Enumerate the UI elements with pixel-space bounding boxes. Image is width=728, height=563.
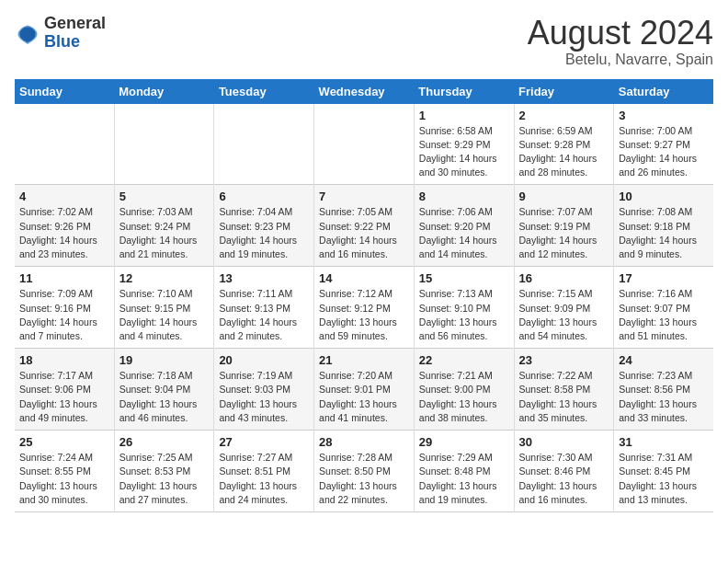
day-info: Sunrise: 7:17 AM Sunset: 9:06 PM Dayligh…	[19, 369, 109, 425]
calendar-cell: 20Sunrise: 7:19 AM Sunset: 9:03 PM Dayli…	[214, 349, 314, 431]
day-number: 12	[119, 271, 210, 285]
day-info: Sunrise: 7:29 AM Sunset: 8:48 PM Dayligh…	[419, 451, 509, 507]
calendar-cell	[314, 104, 415, 185]
day-number: 29	[419, 435, 509, 449]
day-info: Sunrise: 7:11 AM Sunset: 9:13 PM Dayligh…	[219, 287, 309, 343]
calendar-cell: 10Sunrise: 7:08 AM Sunset: 9:18 PM Dayli…	[614, 185, 713, 267]
day-number: 20	[219, 353, 309, 367]
calendar-week-5: 25Sunrise: 7:24 AM Sunset: 8:55 PM Dayli…	[15, 431, 713, 512]
day-number: 7	[319, 190, 409, 203]
calendar-cell: 16Sunrise: 7:15 AM Sunset: 9:09 PM Dayli…	[514, 267, 614, 349]
day-info: Sunrise: 7:23 AM Sunset: 8:56 PM Dayligh…	[619, 369, 709, 425]
header-row: SundayMondayTuesdayWednesdayThursdayFrid…	[15, 79, 713, 104]
day-info: Sunrise: 7:08 AM Sunset: 9:18 PM Dayligh…	[619, 205, 709, 261]
calendar-cell: 24Sunrise: 7:23 AM Sunset: 8:56 PM Dayli…	[614, 349, 713, 431]
calendar-cell: 12Sunrise: 7:10 AM Sunset: 9:15 PM Dayli…	[114, 267, 214, 349]
calendar-cell: 4Sunrise: 7:02 AM Sunset: 9:26 PM Daylig…	[15, 185, 114, 267]
logo: General Blue	[15, 15, 106, 52]
calendar-cell: 18Sunrise: 7:17 AM Sunset: 9:06 PM Dayli…	[15, 349, 114, 431]
calendar-cell: 25Sunrise: 7:24 AM Sunset: 8:55 PM Dayli…	[15, 431, 114, 512]
day-info: Sunrise: 7:20 AM Sunset: 9:01 PM Dayligh…	[319, 369, 409, 425]
day-info: Sunrise: 7:24 AM Sunset: 8:55 PM Dayligh…	[19, 451, 109, 507]
calendar-cell: 5Sunrise: 7:03 AM Sunset: 9:24 PM Daylig…	[114, 185, 214, 267]
calendar-cell: 11Sunrise: 7:09 AM Sunset: 9:16 PM Dayli…	[15, 267, 114, 349]
day-info: Sunrise: 7:22 AM Sunset: 8:58 PM Dayligh…	[519, 369, 609, 425]
calendar-subtitle: Betelu, Navarre, Spain	[528, 52, 713, 68]
day-number: 9	[519, 190, 609, 203]
day-number: 17	[619, 271, 709, 285]
day-number: 2	[519, 109, 609, 122]
day-number: 28	[319, 435, 409, 449]
day-info: Sunrise: 7:12 AM Sunset: 9:12 PM Dayligh…	[319, 287, 409, 343]
day-info: Sunrise: 7:25 AM Sunset: 8:53 PM Dayligh…	[119, 451, 210, 507]
header-day-friday: Friday	[514, 79, 614, 104]
calendar-cell: 30Sunrise: 7:30 AM Sunset: 8:46 PM Dayli…	[514, 431, 614, 512]
calendar-cell: 19Sunrise: 7:18 AM Sunset: 9:04 PM Dayli…	[114, 349, 214, 431]
day-number: 24	[619, 353, 709, 367]
day-number: 15	[419, 271, 509, 285]
day-number: 23	[519, 353, 609, 367]
header-day-thursday: Thursday	[414, 79, 514, 104]
day-number: 6	[219, 190, 309, 203]
day-number: 26	[119, 435, 210, 449]
day-number: 5	[119, 190, 210, 203]
day-info: Sunrise: 7:21 AM Sunset: 9:00 PM Dayligh…	[419, 369, 509, 425]
calendar-cell: 23Sunrise: 7:22 AM Sunset: 8:58 PM Dayli…	[514, 349, 614, 431]
day-number: 18	[19, 353, 109, 367]
day-number: 27	[219, 435, 309, 449]
title-block: August 2024 Betelu, Navarre, Spain	[528, 15, 713, 68]
day-info: Sunrise: 7:10 AM Sunset: 9:15 PM Dayligh…	[119, 287, 210, 343]
calendar-cell: 21Sunrise: 7:20 AM Sunset: 9:01 PM Dayli…	[314, 349, 415, 431]
day-info: Sunrise: 7:06 AM Sunset: 9:20 PM Dayligh…	[419, 205, 509, 261]
calendar-week-4: 18Sunrise: 7:17 AM Sunset: 9:06 PM Dayli…	[15, 349, 713, 431]
calendar-cell: 29Sunrise: 7:29 AM Sunset: 8:48 PM Dayli…	[414, 431, 514, 512]
logo-icon	[15, 20, 40, 46]
day-number: 1	[419, 109, 509, 122]
header-day-monday: Monday	[114, 79, 214, 104]
logo-blue-text: Blue	[44, 32, 80, 51]
calendar-cell: 7Sunrise: 7:05 AM Sunset: 9:22 PM Daylig…	[314, 185, 415, 267]
calendar-cell	[15, 104, 114, 185]
calendar-cell: 15Sunrise: 7:13 AM Sunset: 9:10 PM Dayli…	[414, 267, 514, 349]
day-info: Sunrise: 7:03 AM Sunset: 9:24 PM Dayligh…	[119, 205, 210, 261]
calendar-cell: 28Sunrise: 7:28 AM Sunset: 8:50 PM Dayli…	[314, 431, 415, 512]
day-info: Sunrise: 7:16 AM Sunset: 9:07 PM Dayligh…	[619, 287, 709, 343]
calendar-cell: 27Sunrise: 7:27 AM Sunset: 8:51 PM Dayli…	[214, 431, 314, 512]
day-number: 3	[619, 109, 709, 122]
day-number: 8	[419, 190, 509, 203]
day-info: Sunrise: 7:27 AM Sunset: 8:51 PM Dayligh…	[219, 451, 309, 507]
day-info: Sunrise: 7:15 AM Sunset: 9:09 PM Dayligh…	[519, 287, 609, 343]
day-number: 30	[519, 435, 609, 449]
day-number: 19	[119, 353, 210, 367]
day-number: 21	[319, 353, 409, 367]
day-info: Sunrise: 7:05 AM Sunset: 9:22 PM Dayligh…	[319, 205, 409, 261]
calendar-table: SundayMondayTuesdayWednesdayThursdayFrid…	[15, 79, 713, 512]
day-info: Sunrise: 7:19 AM Sunset: 9:03 PM Dayligh…	[219, 369, 309, 425]
day-number: 22	[419, 353, 509, 367]
day-info: Sunrise: 7:00 AM Sunset: 9:27 PM Dayligh…	[619, 124, 709, 180]
header-day-tuesday: Tuesday	[214, 79, 314, 104]
calendar-week-1: 1Sunrise: 6:58 AM Sunset: 9:29 PM Daylig…	[15, 104, 713, 185]
day-info: Sunrise: 7:07 AM Sunset: 9:19 PM Dayligh…	[519, 205, 609, 261]
calendar-cell	[214, 104, 314, 185]
day-number: 16	[519, 271, 609, 285]
day-info: Sunrise: 7:13 AM Sunset: 9:10 PM Dayligh…	[419, 287, 509, 343]
day-info: Sunrise: 7:30 AM Sunset: 8:46 PM Dayligh…	[519, 451, 609, 507]
day-info: Sunrise: 7:28 AM Sunset: 8:50 PM Dayligh…	[319, 451, 409, 507]
page-header: General Blue August 2024 Betelu, Navarre…	[15, 15, 713, 68]
calendar-cell: 31Sunrise: 7:31 AM Sunset: 8:45 PM Dayli…	[614, 431, 713, 512]
day-number: 31	[619, 435, 709, 449]
header-day-wednesday: Wednesday	[314, 79, 415, 104]
calendar-cell: 22Sunrise: 7:21 AM Sunset: 9:00 PM Dayli…	[414, 349, 514, 431]
calendar-cell: 17Sunrise: 7:16 AM Sunset: 9:07 PM Dayli…	[614, 267, 713, 349]
header-day-saturday: Saturday	[614, 79, 713, 104]
calendar-cell: 3Sunrise: 7:00 AM Sunset: 9:27 PM Daylig…	[614, 104, 713, 185]
day-info: Sunrise: 7:02 AM Sunset: 9:26 PM Dayligh…	[19, 205, 109, 261]
calendar-cell: 6Sunrise: 7:04 AM Sunset: 9:23 PM Daylig…	[214, 185, 314, 267]
day-number: 25	[19, 435, 109, 449]
calendar-header: SundayMondayTuesdayWednesdayThursdayFrid…	[15, 79, 713, 104]
calendar-week-3: 11Sunrise: 7:09 AM Sunset: 9:16 PM Dayli…	[15, 267, 713, 349]
calendar-title: August 2024	[528, 15, 713, 52]
day-number: 14	[319, 271, 409, 285]
calendar-cell: 9Sunrise: 7:07 AM Sunset: 9:19 PM Daylig…	[514, 185, 614, 267]
